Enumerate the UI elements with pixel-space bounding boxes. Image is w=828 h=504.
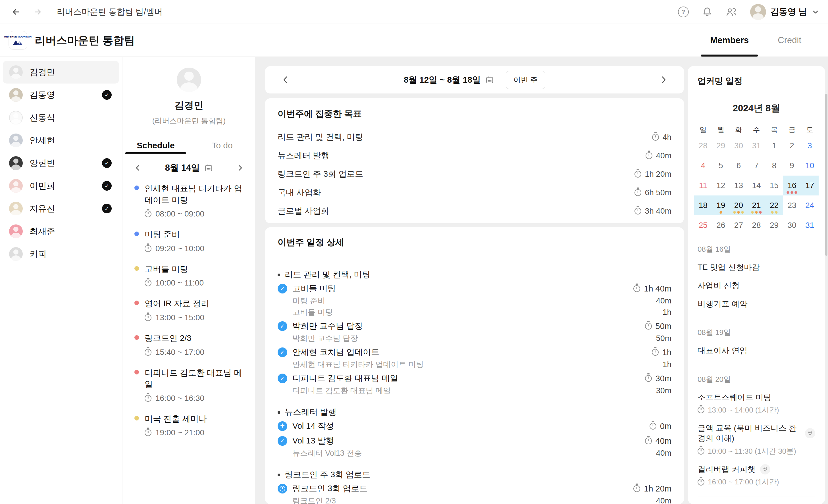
calendar-day[interactable]: 16: [783, 176, 801, 196]
member-list-item[interactable]: 최재준 ✓: [3, 220, 119, 243]
calendar-day[interactable]: 29: [712, 136, 730, 156]
day-event[interactable]: 미팅 준비 09:20 ~ 10:00: [134, 229, 244, 253]
tab-schedule[interactable]: Schedule: [122, 137, 189, 154]
member-list-item[interactable]: 이민희 ✓: [3, 174, 119, 197]
calendar-day[interactable]: 12: [712, 176, 730, 196]
detail-row[interactable]: 디피니트 김도환 대표님 메일 30m: [278, 372, 671, 385]
scrollbar-thumb[interactable]: [825, 94, 827, 256]
calendar-day[interactable]: 1: [765, 136, 783, 156]
goal-row[interactable]: 뉴스레터 발행 40m: [278, 146, 671, 165]
calendar-day[interactable]: 7: [748, 156, 765, 176]
this-week-button[interactable]: 이번 주: [506, 71, 545, 89]
detail-row[interactable]: 뉴스레터 Vol13 전송 40m: [278, 448, 671, 459]
calendar-day[interactable]: 8: [765, 156, 783, 176]
help-button[interactable]: ?: [678, 6, 689, 17]
calendar-day[interactable]: 14: [748, 176, 765, 196]
detail-row[interactable]: 고버들 미팅 1h: [278, 306, 671, 318]
detail-row[interactable]: 링크드인 2/3 40m: [278, 495, 671, 504]
calendar-day[interactable]: 23: [783, 196, 801, 215]
detail-row[interactable]: 미팅 준비 40m: [278, 295, 671, 306]
calendar-day[interactable]: 2: [783, 136, 801, 156]
calendar-day[interactable]: 5: [712, 156, 730, 176]
calendar-day[interactable]: 18: [694, 196, 712, 215]
weekday-label: 월: [712, 123, 730, 136]
detail-row[interactable]: 링크드인 3회 업로드 1h 20m: [278, 482, 671, 495]
calendar-day[interactable]: 30: [730, 136, 748, 156]
day-event[interactable]: 디피니트 김도환 대표님 메일 16:00 ~ 16:30: [134, 367, 244, 403]
upcoming-item[interactable]: 대표이사 연임: [698, 341, 815, 356]
detail-row[interactable]: 디피니트 김도환 대표님 메일 30m: [278, 385, 671, 396]
notifications-button[interactable]: [702, 6, 713, 17]
day-event[interactable]: 미국 진출 세미나 19:00 ~ 21:00: [134, 413, 244, 437]
calendar-day[interactable]: 26: [712, 215, 730, 235]
back-button[interactable]: [8, 4, 24, 19]
calendar-day[interactable]: 28: [748, 215, 765, 235]
calendar-day[interactable]: 24: [801, 196, 819, 215]
calendar-day[interactable]: 28: [694, 136, 712, 156]
calendar-day[interactable]: 20: [730, 196, 748, 215]
calendar-day[interactable]: 19: [712, 196, 730, 215]
detail-row[interactable]: 리드 관리 및 컨택, 미팅: [278, 269, 671, 281]
detail-row[interactable]: 안세현 코치님 업데이트 1h: [278, 346, 671, 359]
tab-todo[interactable]: To do: [189, 137, 255, 154]
member-list-item[interactable]: 안세현 ✓: [3, 129, 119, 152]
calendar-day[interactable]: 15: [765, 176, 783, 196]
members-button[interactable]: [726, 6, 737, 17]
upcoming-item-line: TE 밋업 신청마감: [698, 258, 815, 272]
upcoming-item[interactable]: 사업비 신청: [698, 277, 815, 291]
calendar-day[interactable]: 11: [694, 176, 712, 196]
calendar-day[interactable]: 22: [765, 196, 783, 215]
calendar-day[interactable]: 31: [801, 215, 819, 235]
goal-row[interactable]: 글로벌 사업화 3h 40m: [278, 202, 671, 220]
day-event[interactable]: 고버들 미팅 10:00 ~ 11:00: [134, 263, 244, 288]
detail-row[interactable]: 뉴스레터 발행: [278, 407, 671, 418]
member-list-item[interactable]: 지유진 ✓: [3, 197, 119, 220]
member-list-item[interactable]: 커피 ✓: [3, 243, 119, 265]
goal-row[interactable]: 리드 관리 및 컨택, 미팅 4h: [278, 128, 671, 146]
upcoming-item[interactable]: TE 밋업 신청마감: [698, 258, 815, 272]
calendar-day[interactable]: 10: [801, 156, 819, 176]
calendar-day[interactable]: 4: [694, 156, 712, 176]
current-day[interactable]: 8월 14일: [142, 162, 236, 174]
detail-row[interactable]: 안세현 대표님 티키타카 업데이트 미팅 1h: [278, 359, 671, 370]
calendar-day-number: 16: [788, 181, 796, 190]
member-list-item[interactable]: 신동식 ✓: [3, 106, 119, 129]
calendar-day[interactable]: 31: [748, 136, 765, 156]
calendar-day[interactable]: 21: [748, 196, 765, 215]
member-list-item[interactable]: 김경민 ✓: [3, 61, 119, 84]
detail-row[interactable]: 박희만 교수님 답장 50m: [278, 320, 671, 333]
day-event[interactable]: 링크드인 2/3 15:40 ~ 17:00: [134, 332, 244, 357]
calendar-day[interactable]: 29: [765, 215, 783, 235]
forward-button[interactable]: [30, 4, 45, 19]
calendar-day[interactable]: 27: [730, 215, 748, 235]
member-list-item[interactable]: 양현빈 ✓: [3, 152, 119, 174]
calendar-day[interactable]: 30: [783, 215, 801, 235]
calendar-day[interactable]: 9: [783, 156, 801, 176]
user-menu[interactable]: 김동영 님: [750, 4, 820, 20]
day-event[interactable]: 영어 IR 자료 정리 13:00 ~ 15:00: [134, 298, 244, 322]
goal-row[interactable]: 국내 사업화 6h 50m: [278, 183, 671, 202]
prev-week-button[interactable]: [281, 75, 290, 84]
upcoming-item[interactable]: 글액 교육 (북미 비즈니스 환경의 이해) 10:00 ~ 11:30 (1시…: [698, 419, 815, 456]
goal-row[interactable]: 링크드인 주 3회 업로드 1h 20m: [278, 165, 671, 183]
upcoming-item[interactable]: 소프트스퀘어드 미팅 13:00 ~ 14:00 (1시간): [698, 388, 815, 415]
tab-credit[interactable]: Credit: [776, 24, 803, 56]
detail-row[interactable]: Vol 13 발행 40m: [278, 434, 671, 448]
tab-members[interactable]: Members: [708, 24, 751, 56]
calendar-day[interactable]: 25: [694, 215, 712, 235]
upcoming-item[interactable]: 비행기표 예약: [698, 295, 815, 309]
detail-row[interactable]: 고버들 미팅 1h 40m: [278, 282, 671, 295]
detail-row[interactable]: 링크드인 주 3회 업로드: [278, 469, 671, 480]
calendar-day[interactable]: 17: [801, 176, 819, 196]
next-day-button[interactable]: [236, 164, 244, 172]
detail-row[interactable]: Vol 14 작성 0m: [278, 420, 671, 433]
upcoming-item[interactable]: 컬러버랩 커피챗 16:00 ~ 17:00 (1시간): [698, 460, 815, 487]
next-week-button[interactable]: [659, 75, 668, 84]
day-event[interactable]: 안세현 대표님 티키타카 업데이트 미팅 08:00 ~ 09:00: [134, 183, 244, 218]
prev-day-button[interactable]: [134, 164, 142, 172]
calendar-day[interactable]: 13: [730, 176, 748, 196]
detail-row[interactable]: 박희만 교수님 답장 50m: [278, 333, 671, 344]
calendar-day[interactable]: 3: [801, 136, 819, 156]
member-list-item[interactable]: 김동영 ✓: [3, 84, 119, 106]
calendar-day[interactable]: 6: [730, 156, 748, 176]
